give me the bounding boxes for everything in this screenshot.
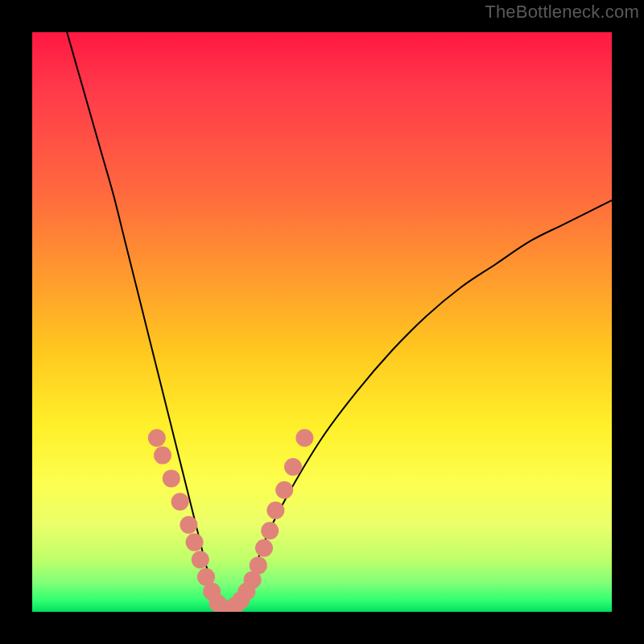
data-point xyxy=(261,522,279,539)
data-point xyxy=(180,516,197,534)
curve-path xyxy=(67,32,612,612)
data-point xyxy=(284,458,302,476)
data-point xyxy=(154,447,171,464)
attribution-label: TheBottleneck.com xyxy=(485,2,639,23)
data-point xyxy=(275,481,293,499)
data-point xyxy=(266,502,284,519)
chart-overlay xyxy=(32,32,612,612)
data-point xyxy=(186,534,204,551)
chart-frame: TheBottleneck.com xyxy=(0,0,644,644)
data-point xyxy=(250,556,267,574)
right-dots-group xyxy=(221,429,314,612)
plot-area xyxy=(32,32,612,612)
data-point xyxy=(192,551,209,568)
data-point xyxy=(171,493,189,510)
data-point xyxy=(148,429,166,447)
left-dots-group xyxy=(148,429,233,612)
data-point xyxy=(255,539,273,557)
data-point xyxy=(163,469,180,487)
data-point xyxy=(295,429,313,447)
